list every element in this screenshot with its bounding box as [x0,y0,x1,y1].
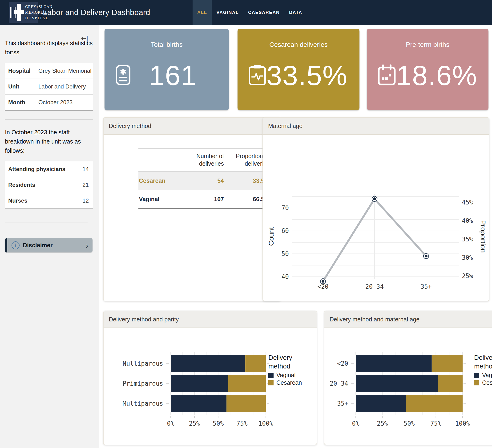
svg-text:35+: 35+ [337,400,348,407]
svg-text:<20: <20 [337,360,348,367]
calendar-icon [377,64,396,87]
row-value: 12 [82,197,89,204]
table-row: Hospital Grey Sloan Memorial [5,63,93,79]
table-row: Attending physicians 14 [5,161,93,177]
file-medical-icon [115,64,131,87]
value-box-title: Pre-term births [367,41,489,49]
svg-text:30%: 30% [462,254,473,261]
age-stacked-bar-chart[interactable]: <2020-3435+0%25%50%75%100%Deliverymethod… [324,328,492,444]
svg-text:60: 60 [282,227,289,234]
row-label: Attending physicians [8,166,65,172]
card-delivery-parity: Delivery method and parity NulliparousPr… [103,311,317,445]
svg-text:35%: 35% [462,236,473,243]
row-value: October 2023 [38,99,72,106]
logo-text: GREY+SLOAN MEMORIAL HOSPITAL [25,4,52,21]
table-row: Unit Labor and Delivery [5,79,93,94]
svg-text:100%: 100% [258,420,273,427]
svg-text:Cesarean: Cesarean [482,379,492,386]
row-label: Unit [8,83,38,90]
row-label: Hospital [8,68,38,74]
svg-text:50%: 50% [213,420,224,427]
svg-text:Multiparous: Multiparous [123,400,163,407]
value-box-value: 161 [131,60,215,91]
svg-text:40: 40 [282,273,289,280]
svg-text:25%: 25% [189,420,200,427]
maternal-age-line-chart[interactable]: 4050607025%30%35%40%45%<2020-3435+CountP… [263,135,488,300]
table-row: Cesarean 54 33.5% [138,172,270,190]
tab-vaginal[interactable]: VAGINAL [212,0,243,25]
svg-text:20-34: 20-34 [330,380,348,387]
row-label: Nurses [8,197,27,204]
svg-text:50%: 50% [404,420,415,427]
row-value: Grey Sloan Memorial [38,68,91,74]
row-value: Labor and Delivery [38,83,86,90]
hospital-logo: GREY+SLOAN MEMORIAL HOSPITAL [9,2,38,23]
row-value: 21 [82,182,89,188]
table-row: Vaginal 107 66.5% [138,190,270,209]
svg-text:20-34: 20-34 [365,283,384,290]
svg-text:25%: 25% [462,272,473,279]
card-title: Delivery method [103,118,281,135]
staff-table: Attending physicians 14 Residents 21 Nur… [5,161,93,209]
svg-text:75%: 75% [430,420,441,427]
svg-text:70: 70 [282,204,289,211]
delivery-method-table: Number ofdeliveries Proportion ofdeliver… [138,148,270,209]
divider [5,223,88,223]
disclaimer-label: Disclaimer [23,242,52,249]
svg-text:Primiparous: Primiparous [123,380,163,387]
staff-intro-text: In October 2023 the staff breakdown in t… [5,128,93,155]
nav-tabs: ALL VAGINAL CAESAREAN DATA [193,0,307,25]
card-title: Delivery method and parity [103,311,317,328]
navbar: GREY+SLOAN MEMORIAL HOSPITAL Labor and D… [0,0,492,25]
svg-text:45%: 45% [462,199,473,206]
svg-text:Vaginal: Vaginal [482,372,492,378]
svg-text:<20: <20 [318,283,329,290]
tab-data[interactable]: DATA [284,0,307,25]
row-label: Residents [8,182,35,188]
svg-text:method: method [474,363,492,370]
svg-text:Delivery: Delivery [474,354,492,361]
accent-bar [5,238,7,252]
svg-text:75%: 75% [236,420,248,427]
card-delivery-method: Delivery method Number ofdeliveries Prop… [103,117,281,301]
column-header: Number ofdeliveries [183,148,224,172]
svg-text:Delivery: Delivery [268,354,292,361]
svg-text:40%: 40% [462,217,473,224]
info-icon: i [11,241,20,249]
tab-all[interactable]: ALL [193,0,212,25]
value-box-total-births: Total births 161 [104,29,229,110]
value-box-cesarean: Cesarean deliveries 33.5% [237,29,359,110]
table-row: Nurses 12 [5,193,93,209]
value-box-preterm: Pre-term births 18.6% [367,29,489,110]
value-box-title: Cesarean deliveries [237,41,359,49]
parity-stacked-bar-chart[interactable]: NulliparousPrimiparousMultiparous0%25%50… [103,328,316,444]
svg-text:25%: 25% [377,420,388,427]
collapse-sidebar-icon[interactable]: ←| [81,35,88,42]
tab-caesarean[interactable]: CAESAREAN [243,0,284,25]
svg-text:Proportion: Proportion [479,220,487,253]
logo-cross-icon [14,10,24,14]
disclaimer-button[interactable]: i Disclaimer › [5,238,92,252]
table-row: Residents 21 [5,177,93,193]
sidebar-intro-text: This dashboard displays statistics for:s… [5,39,93,57]
card-title: Maternal age [263,118,489,135]
svg-text:Count: Count [267,227,275,246]
svg-text:Vaginal: Vaginal [276,372,296,378]
svg-text:100%: 100% [455,420,470,427]
table-row: Month October 2023 [5,94,93,110]
svg-text:Nulliparous: Nulliparous [123,360,163,367]
value-box-value: 33.5% [266,60,348,91]
value-box-title: Total births [104,41,229,49]
clipboard-pulse-icon [248,64,266,87]
card-maternal-age: Maternal age 4050607025%30%35%40%45%<202… [263,117,489,301]
divider [5,119,93,120]
main-content: Total births 161 Cesarean deliveries [99,25,492,448]
chevron-right-icon: › [86,241,88,249]
svg-text:35+: 35+ [421,283,432,290]
info-table: Hospital Grey Sloan Memorial Unit Labor … [5,63,93,110]
row-value: 14 [82,166,89,172]
card-delivery-maternal-age: Delivery method and maternal age <2020-3… [324,311,492,445]
sidebar: ←| This dashboard displays statistics fo… [0,25,99,448]
svg-text:method: method [268,363,290,370]
svg-text:0%: 0% [167,420,174,427]
